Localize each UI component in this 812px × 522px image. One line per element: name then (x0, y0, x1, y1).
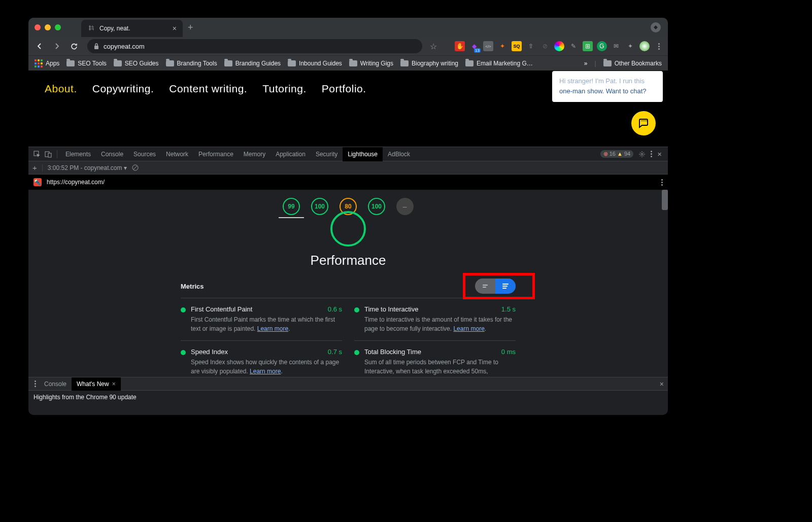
new-report-button[interactable]: + (32, 163, 37, 172)
ext-icon[interactable]: ⊘ (540, 41, 550, 51)
ext-icon[interactable]: ✦ (497, 41, 507, 51)
tab-network[interactable]: Network (161, 147, 193, 161)
bookmark-folder[interactable]: Email Marketing G… (465, 60, 533, 67)
bookmark-folder[interactable]: Inbound Guides (288, 60, 342, 67)
bookmark-folder[interactable]: Branding Tools (166, 60, 217, 67)
error-badge[interactable]: ⊗ 16 ▲ 94 (600, 150, 634, 158)
tab-adblock[interactable]: AdBlock (383, 147, 415, 161)
folder-icon (288, 60, 296, 66)
nav-content[interactable]: Content writing. (169, 83, 247, 95)
status-dot (354, 350, 359, 355)
score-gauge[interactable]: 99 (283, 198, 300, 215)
ext-icon[interactable]: ⊞ (583, 41, 593, 51)
minimize-window[interactable] (45, 24, 51, 30)
learn-more-link[interactable]: Learn more (250, 368, 281, 375)
devtools-menu-icon[interactable] (651, 151, 652, 157)
tab-performance[interactable]: Performance (193, 147, 239, 161)
chat-fab[interactable] (631, 111, 656, 135)
tab-memory[interactable]: Memory (239, 147, 270, 161)
profile-avatar[interactable] (651, 22, 661, 32)
device-toggle-icon[interactable] (43, 147, 54, 161)
titlebar: Copy, neat. × + (28, 18, 668, 37)
drawer-menu-icon[interactable] (35, 380, 36, 387)
devtools-drawer: Console What's New× × Highlights from th… (28, 377, 668, 404)
learn-more-link[interactable]: Learn more (453, 325, 484, 332)
score-gauge[interactable]: 100 (311, 198, 328, 215)
lock-icon (93, 43, 99, 50)
metric-item: 0.7 s Speed Index Speed Index shows how … (181, 341, 342, 377)
bookmark-folder[interactable]: SEO Guides (114, 60, 159, 67)
maximize-window[interactable] (55, 24, 61, 30)
metric-item: 0 ms Total Blocking Time Sum of all time… (354, 341, 516, 377)
tab-favicon (87, 24, 95, 32)
star-icon[interactable]: ☆ (426, 39, 441, 53)
view-toggle[interactable] (475, 279, 516, 294)
active-score-underline (279, 217, 304, 218)
learn-more-link[interactable]: Learn more (257, 325, 288, 332)
score-gauge[interactable]: 100 (368, 198, 385, 215)
chat-bubble[interactable]: Hi stranger! I'm Pat. I run this one-man… (552, 71, 663, 102)
clear-icon[interactable] (132, 164, 139, 171)
ext-icon[interactable]: SQ (512, 41, 522, 51)
tab-console[interactable]: Console (96, 147, 128, 161)
drawer-tab-console[interactable]: Console (39, 377, 72, 391)
reload-button[interactable] (67, 39, 81, 53)
forward-button[interactable] (50, 39, 64, 53)
ext-icon[interactable]: G (597, 41, 607, 51)
tab-application[interactable]: Application (270, 147, 311, 161)
close-devtools-icon[interactable]: × (657, 150, 662, 158)
back-button[interactable] (32, 39, 47, 53)
bookmark-folder[interactable]: Writing Gigs (349, 60, 393, 67)
metric-item: 0.6 s First Contentful Paint First Conte… (181, 298, 342, 341)
bookmark-folder[interactable]: Biography writing (400, 60, 458, 67)
url-box[interactable]: copyneat.com (87, 39, 422, 53)
metric-value: 0.7 s (328, 348, 342, 356)
nav-copywriting[interactable]: Copywriting. (92, 83, 154, 95)
report-menu-icon[interactable] (661, 179, 663, 186)
ext-icon[interactable]: ✋ (455, 41, 465, 51)
close-window[interactable] (35, 24, 41, 30)
tab-security[interactable]: Security (311, 147, 343, 161)
ext-icon[interactable]: </> (483, 41, 493, 51)
status-dot (181, 307, 186, 312)
category-title: Performance (33, 253, 663, 268)
drawer-tab-whatsnew[interactable]: What's New× (72, 377, 121, 391)
drawer-close-icon[interactable]: × (660, 380, 664, 388)
scrollbar-thumb[interactable] (662, 190, 668, 210)
tab-lighthouse[interactable]: Lighthouse (343, 147, 383, 161)
nav-portfolio[interactable]: Portfolio. (322, 83, 366, 95)
pwa-gauge[interactable]: PWA— (396, 198, 414, 215)
ext-icon[interactable]: ◆13 (469, 41, 479, 51)
bookmark-folder[interactable]: SEO Tools (66, 60, 106, 67)
browser-tab[interactable]: Copy, neat. × (81, 20, 183, 37)
bookmark-overflow[interactable]: » (584, 60, 588, 67)
other-bookmarks[interactable]: Other Bookmarks (603, 60, 662, 67)
status-dot (354, 307, 359, 312)
folder-icon (603, 60, 612, 66)
tab-elements[interactable]: Elements (60, 147, 96, 161)
report-selector[interactable]: 3:00:52 PM - copyneat.com ▾ (48, 164, 127, 171)
address-bar: copyneat.com ☆ ✋ ◆13 </> ✦ SQ ⇧ ⊘ ✎ ⊞ G … (28, 37, 668, 55)
metric-value: 1.5 s (501, 305, 516, 313)
tab-sources[interactable]: Sources (128, 147, 161, 161)
ext-icon[interactable] (554, 41, 564, 51)
metric-value: 0 ms (501, 348, 516, 356)
nav-tutoring[interactable]: Tutoring. (262, 83, 307, 95)
devtools-panel: Elements Console Sources Network Perform… (28, 147, 668, 404)
ext-icon[interactable] (639, 41, 650, 51)
nav-about[interactable]: About. (45, 83, 77, 95)
ext-icon[interactable]: ✉ (611, 41, 621, 51)
chrome-menu-icon[interactable] (654, 41, 664, 51)
bookmark-folder[interactable]: Branding Guides (224, 60, 281, 67)
inspect-icon[interactable] (31, 147, 43, 161)
folder-icon (66, 60, 75, 66)
ext-icon[interactable]: ⇧ (526, 41, 536, 51)
extensions-icon[interactable]: ✦ (625, 41, 635, 51)
tab-close-icon[interactable]: × (173, 24, 177, 32)
settings-icon[interactable] (638, 151, 646, 158)
ext-icon[interactable]: ✎ (568, 41, 579, 51)
apps-button[interactable]: Apps (35, 59, 59, 67)
collapsed-view-icon (483, 285, 488, 288)
metric-title: Speed Index (191, 348, 342, 356)
new-tab-button[interactable]: + (188, 22, 193, 33)
